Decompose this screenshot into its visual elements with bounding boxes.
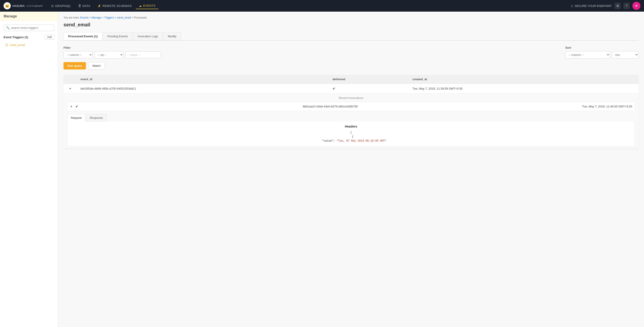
gear-icon: ⚙ — [616, 4, 619, 7]
action-buttons: Run query Watch — [64, 62, 639, 69]
layout: Manage 🔍 Event Triggers (1) Add ☰ send_e… — [0, 11, 644, 327]
row-expand-cell[interactable]: ▼ — [64, 84, 77, 94]
event-triggers-title: Event Triggers (1) — [4, 35, 28, 39]
events-table: event_id delivered created_at ▼ bb4285ab… — [64, 75, 639, 149]
sort-label: Sort — [565, 46, 639, 49]
app-name: HASURA — [12, 4, 24, 7]
help-button[interactable]: ? — [624, 3, 630, 9]
recent-invocations-label: Recent Invocations — [67, 96, 635, 100]
data-icon: 🗄 — [78, 4, 82, 7]
sidebar-item-send-email[interactable]: ☰ send_email — [4, 42, 54, 48]
breadcrumb-events[interactable]: Events — [80, 16, 88, 19]
row-delivered: ✔ — [329, 84, 409, 94]
expanded-row: Recent Invocations ▼ ✔ 4b81aac0-16eb-43e… — [64, 94, 639, 149]
events-icon: ☁ — [139, 4, 142, 7]
sidebar-manage-title: Manage — [0, 11, 58, 21]
breadcrumb-send-email[interactable]: send_email — [117, 16, 130, 19]
row-event-id: bb4285ab-db68-485b-a705-64051053dd11 — [77, 84, 329, 94]
graphiql-icon: ⊡ — [51, 4, 54, 7]
breadcrumb-prefix: You are here: — [64, 16, 80, 19]
code-line-3: "value": "Tue, 07 May 2019 06:10:00 GMT" — [71, 139, 631, 143]
filter-column-select[interactable]: -- column -- — [64, 51, 92, 58]
nav-data[interactable]: 🗄 DATA — [75, 3, 94, 9]
req-resp-tabs: Request Response — [67, 114, 635, 121]
col-delivered: delivered — [329, 75, 409, 84]
breadcrumb-triggers[interactable]: Triggers — [104, 16, 114, 19]
warning-icon: ⚠ — [571, 4, 573, 7]
sort-order-select[interactable]: Asc Desc — [612, 51, 639, 58]
filter-op-select[interactable]: -- op -- — [94, 51, 124, 58]
recent-invocations: Recent Invocations ▼ ✔ 4b81aac0-16eb-43e… — [64, 94, 639, 149]
heart-button[interactable]: ♥ — [632, 2, 640, 10]
nav-events[interactable]: ☁ EVENTS — [136, 3, 159, 9]
headers-title: Headers — [71, 125, 631, 128]
tab-modify[interactable]: Modify — [163, 32, 181, 40]
col-event-id: event_id — [77, 75, 329, 84]
table-header: event_id delivered created_at — [64, 75, 639, 84]
list-icon: ☰ — [5, 43, 8, 47]
hasura-logo-icon: 🐱 — [4, 2, 11, 9]
delivered-checkmark-icon: ✔ — [332, 87, 336, 90]
sort-group: -- column -- Asc Desc — [565, 51, 639, 58]
tabs: Processed Events (1) Pending Events Invo… — [64, 32, 639, 41]
invocation-id: 4b81aac0-16eb-43e0-b079-d82ce2d5b750 — [81, 105, 580, 108]
page-title: send_email — [64, 22, 639, 28]
filter-section: Filter -- column -- -- op -- — [64, 46, 161, 58]
row-created-at: Tue, May 7, 2019, 11:39:59 GMT+5:30 — [409, 84, 639, 94]
headers-section: Headers [ { "value": "Tue, 07 May 2019 0… — [67, 121, 635, 147]
tab-processed-events[interactable]: Processed Events (1) — [64, 32, 102, 40]
app-logo[interactable]: 🐱 HASURA v1.0.0-alpha44 — [4, 2, 43, 9]
code-line-2: { — [71, 135, 631, 139]
expand-arrow-icon[interactable]: ▼ — [69, 87, 72, 90]
invocation-expand-icon[interactable]: ▼ — [70, 105, 73, 108]
sidebar: Manage 🔍 Event Triggers (1) Add ☰ send_e… — [0, 11, 58, 327]
table-body: ▼ bb4285ab-db68-485b-a705-64051053dd11 ✔… — [64, 84, 639, 149]
table-row: ▼ bb4285ab-db68-485b-a705-64051053dd11 ✔… — [64, 84, 639, 94]
remote-schemas-icon: ⚡ — [98, 4, 101, 7]
sort-section: Sort -- column -- Asc Desc — [565, 46, 639, 58]
filter-value-input[interactable] — [125, 51, 161, 58]
question-icon: ? — [626, 4, 628, 7]
nav-remote-schemas[interactable]: ⚡ REMOTE SCHEMAS — [94, 3, 135, 9]
breadcrumb: You are here: Events > Manage > Triggers… — [64, 16, 639, 19]
filter-group: -- column -- -- op -- — [64, 51, 161, 58]
col-created-at: created_at — [409, 75, 639, 84]
nav-graphiql[interactable]: ⊡ GRAPHIQL — [48, 3, 74, 9]
app-version: v1.0.0-alpha44 — [26, 4, 43, 7]
breadcrumb-current: Processed — [134, 16, 147, 19]
search-input[interactable] — [11, 26, 52, 29]
main-content: You are here: Events > Manage > Triggers… — [58, 11, 644, 327]
secure-endpoint-link[interactable]: ⚠ SECURE YOUR ENDPOINT — [571, 4, 612, 7]
code-line-1: [ — [71, 130, 631, 135]
run-query-button[interactable]: Run query — [64, 62, 86, 69]
trigger-label: send_email — [10, 43, 25, 47]
settings-button[interactable]: ⚙ — [614, 3, 621, 9]
tab-response[interactable]: Response — [86, 114, 107, 121]
tab-request[interactable]: Request — [67, 114, 86, 121]
heart-icon-symbol: ♥ — [635, 3, 638, 8]
invocation-row: ▼ ✔ 4b81aac0-16eb-43e0-b079-d82ce2d5b750… — [67, 102, 635, 111]
watch-button[interactable]: Watch — [88, 62, 105, 69]
add-trigger-button[interactable]: Add — [45, 35, 54, 39]
search-icon: 🔍 — [6, 26, 10, 29]
tab-pending-events[interactable]: Pending Events — [103, 32, 132, 40]
invocation-check-icon: ✔ — [75, 104, 78, 109]
top-nav: 🐱 HASURA v1.0.0-alpha44 ⊡ GRAPHIQL 🗄 DAT… — [0, 0, 644, 11]
invocation-time: Tue, May 7, 2019, 11:40:00 GMT+5:30 — [582, 105, 632, 108]
sort-column-select[interactable]: -- column -- — [565, 51, 610, 58]
nav-right: ⚠ SECURE YOUR ENDPOINT ⚙ ? ♥ — [571, 2, 640, 10]
search-box[interactable]: 🔍 — [4, 24, 54, 31]
filter-label: Filter — [64, 46, 161, 49]
tab-invocation-logs[interactable]: Invocation Logs — [133, 32, 163, 40]
filter-sort-row: Filter -- column -- -- op -- Sort -- col… — [64, 46, 639, 58]
nav-links: ⊡ GRAPHIQL 🗄 DATA ⚡ REMOTE SCHEMAS ☁ EVE… — [48, 3, 571, 9]
col-expand — [64, 75, 77, 84]
event-triggers-header: Event Triggers (1) Add — [4, 35, 54, 39]
code-block: [ { "value": "Tue, 07 May 2019 06:10:00 … — [71, 130, 631, 143]
breadcrumb-manage[interactable]: Manage — [92, 16, 101, 19]
